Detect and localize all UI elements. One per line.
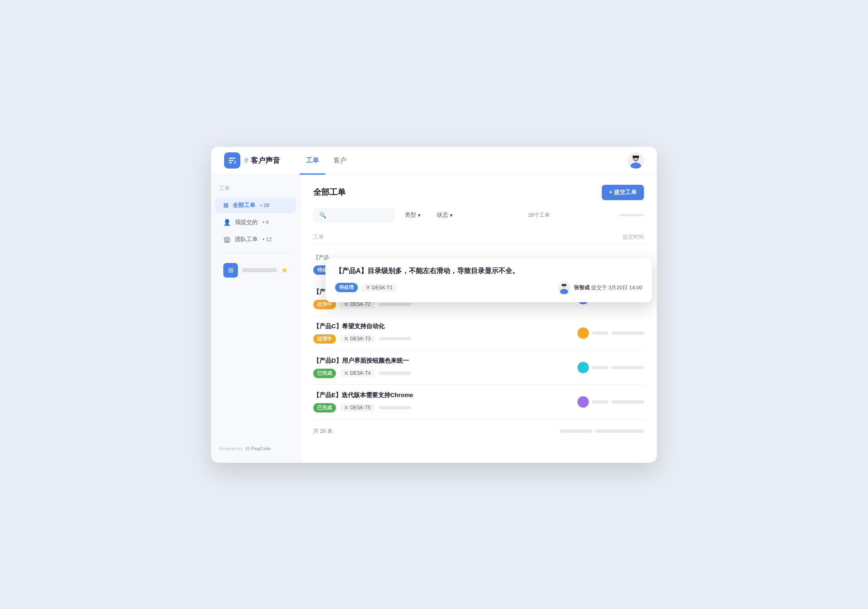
- filter-type-button[interactable]: 类型 ▾: [399, 208, 426, 222]
- ticket-title: 【产品D】用户界面按钮颜色来统一: [313, 357, 411, 365]
- filter-status-button[interactable]: 状态 ▾: [431, 208, 458, 222]
- svg-point-6: [637, 158, 638, 159]
- team-icon: 🏢: [223, 236, 231, 243]
- grid-icon: ⊞: [223, 202, 229, 209]
- ticket-title: 【产品E】迭代版本需要支持Chrome: [313, 391, 413, 399]
- ticket-badge: 已完成: [313, 403, 336, 412]
- ticket-right: [577, 327, 644, 339]
- tooltip-submit-time: 提交于 3月20日 14:00: [591, 284, 642, 291]
- cmd-icon: ⌘: [344, 336, 348, 342]
- ticket-badge: 处理中: [313, 334, 336, 344]
- app-window: # 客户声音 工单 客户 工单: [211, 147, 657, 463]
- ticket-tooltip: 【产品A】目录级别多，不能左右滑动，导致目录显示不全。 待处理 ⌘ DESK-T…: [325, 258, 652, 302]
- sidebar-item-count: • 6: [263, 219, 269, 225]
- tooltip-title: 【产品A】目录级别多，不能左右滑动，导致目录显示不全。: [335, 266, 642, 276]
- right-placeholder: [611, 331, 644, 335]
- sidebar-footer: Powered by ⟨/⟩ PingCode: [211, 441, 300, 456]
- table-header: 工单 提交时间: [313, 230, 644, 244]
- footer-powered-by: Powered by: [219, 446, 243, 451]
- tab-customers[interactable]: 客户: [327, 147, 353, 175]
- header-nav: 工单 客户: [299, 147, 353, 175]
- user-avatar: [577, 362, 589, 373]
- sidebar-divider: [219, 253, 292, 253]
- user-avatar: [577, 396, 589, 408]
- tooltip-ticket-id: ⌘ DESK-T1: [362, 284, 397, 292]
- svg-rect-4: [633, 156, 639, 158]
- meta-placeholder: [379, 337, 411, 340]
- tooltip-user-name: 张智成: [574, 284, 590, 291]
- footer-brand: ⟨/⟩ PingCode: [245, 446, 270, 451]
- filter-type-label: 类型: [405, 212, 416, 219]
- tab-tickets[interactable]: 工单: [299, 147, 325, 175]
- avatar[interactable]: [628, 152, 644, 169]
- ticket-badge: 已完成: [313, 369, 336, 378]
- right-placeholder: [611, 366, 644, 369]
- search-icon: 🔍: [319, 212, 326, 218]
- tooltip-user-info: 张智成 提交于 3月20日 14:00: [558, 281, 642, 294]
- sidebar-team-item[interactable]: ⊞ ★: [215, 259, 296, 282]
- col-header-ticket: 工单: [313, 233, 563, 241]
- main-footer: 共 28 条: [313, 427, 644, 435]
- search-box[interactable]: 🔍: [313, 208, 394, 222]
- col-header-time: 提交时间: [563, 233, 644, 241]
- sidebar-item-count: • 28: [260, 202, 269, 208]
- tooltip-user-details: 张智成 提交于 3月20日 14:00: [574, 284, 642, 291]
- tooltip-badge: 待处理: [335, 283, 358, 292]
- channel-prefix: #: [244, 156, 248, 165]
- header-title: # 客户声音: [244, 156, 280, 165]
- table-row[interactable]: 【产品E】迭代版本需要支持Chrome 已完成 ⌘ DESK-T5: [313, 385, 644, 419]
- sidebar-item-count: • 12: [263, 236, 272, 242]
- sidebar-section-label: 工单: [211, 185, 300, 197]
- cmd-icon: ⌘: [344, 302, 348, 307]
- filter-status-label: 状态: [437, 212, 448, 219]
- right-placeholder: [592, 366, 608, 369]
- ticket-meta: 处理中 ⌘ DESK-T3: [313, 334, 411, 344]
- user-avatar: [577, 327, 589, 339]
- channel-name: 客户声音: [251, 156, 280, 165]
- chevron-down-icon: ▾: [418, 212, 421, 218]
- tooltip-meta: 待处理 ⌘ DESK-T1: [335, 281, 642, 294]
- sidebar-item-label: 全部工单: [233, 202, 255, 209]
- footer-pagination: [560, 430, 644, 433]
- sidebar-item-my-tickets[interactable]: 👤 我提交的 • 6: [215, 215, 296, 230]
- ticket-title: 【产品C】希望支持自动化: [313, 323, 411, 330]
- main-title: 全部工单: [313, 187, 346, 198]
- right-placeholder: [592, 400, 608, 404]
- sidebar-item-all-tickets[interactable]: ⊞ 全部工单 • 28: [215, 198, 296, 213]
- table-row[interactable]: 【产品A】目录级别多，不能左右滑动，导致目录显示不全。 待处理 ⌘ DESK-T…: [313, 246, 644, 282]
- cmd-icon: ⌘: [344, 371, 348, 376]
- sidebar-item-team-tickets[interactable]: 🏢 团队工单 • 12: [215, 232, 296, 247]
- ticket-id: ⌘ DESK-T5: [340, 404, 375, 412]
- ticket-meta: 已完成 ⌘ DESK-T4: [313, 369, 411, 378]
- body: 工单 ⊞ 全部工单 • 28 👤 我提交的 • 6 🏢 团队工单 • 12 ⊞: [211, 175, 657, 463]
- sidebar-item-label: 团队工单: [235, 236, 258, 243]
- right-placeholder: [592, 331, 608, 335]
- submit-ticket-button[interactable]: + 提交工单: [602, 185, 644, 200]
- filters-bar: 🔍 类型 ▾ 状态 ▾ 28个工单: [313, 208, 644, 222]
- meta-placeholder: [379, 372, 411, 375]
- table-row[interactable]: 【产品D】用户界面按钮颜色来统一 已完成 ⌘ DESK-T4: [313, 350, 644, 385]
- ticket-right: [577, 396, 644, 408]
- sidebar: 工单 ⊞ 全部工单 • 28 👤 我提交的 • 6 🏢 团队工单 • 12 ⊞: [211, 175, 300, 463]
- team-name-placeholder: [242, 268, 277, 272]
- ticket-meta: 已完成 ⌘ DESK-T5: [313, 403, 413, 412]
- team-avatar-icon: ⊞: [223, 263, 238, 278]
- table-row[interactable]: 【产品C】希望支持自动化 处理中 ⌘ DESK-T3: [313, 316, 644, 350]
- header-logo: # 客户声音: [224, 152, 280, 169]
- svg-rect-10: [562, 284, 567, 286]
- cmd-icon: ⌘: [344, 405, 348, 410]
- main-content: 全部工单 + 提交工单 🔍 类型 ▾ 状态 ▾ 28个工单: [300, 175, 657, 463]
- meta-placeholder: [379, 303, 411, 306]
- chevron-down-icon: ▾: [450, 212, 453, 218]
- main-header: 全部工单 + 提交工单: [313, 185, 644, 200]
- footer-total: 共 28 条: [313, 427, 333, 435]
- page-placeholder: [560, 430, 592, 433]
- svg-point-5: [634, 158, 635, 159]
- ticket-id: ⌘ DESK-T4: [340, 369, 375, 377]
- filters-scrollbar: [620, 214, 644, 216]
- cmd-icon: ⌘: [366, 285, 370, 290]
- sidebar-item-label: 我提交的: [235, 219, 258, 226]
- star-icon[interactable]: ★: [281, 266, 288, 275]
- page-placeholder: [595, 430, 644, 433]
- ticket-id: ⌘ DESK-T3: [340, 335, 375, 343]
